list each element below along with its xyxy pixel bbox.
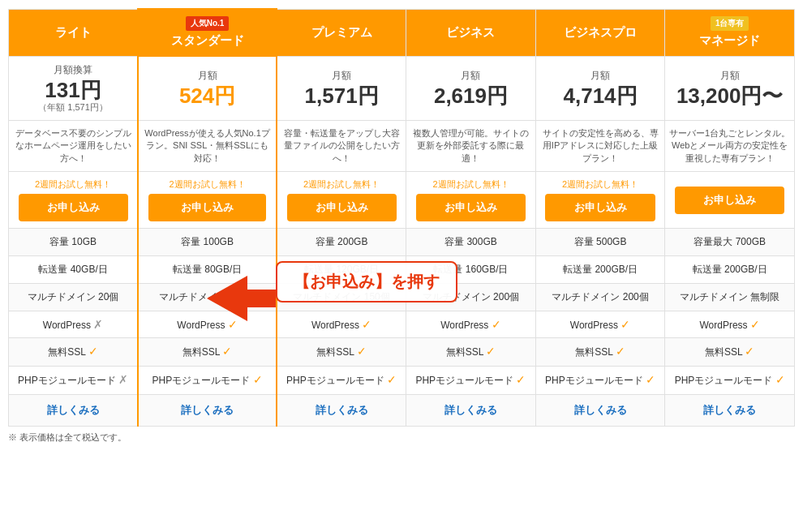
description-premium: 容量・転送量をアップし大容量ファイルの公開をしたい方へ！ <box>277 121 406 172</box>
php-managed: PHPモジュールモード ✓ <box>665 367 795 395</box>
wordpress-check-premium: ✓ <box>362 318 371 331</box>
plan-header-premium: プレミアム <box>277 9 406 56</box>
transfer-premium: 転送量 120GB/日 <box>277 256 406 284</box>
description-business: 複数人管理が可能。サイトの更新を外部委託する際に最適！ <box>406 121 536 172</box>
wordpress-check-businesspro: ✓ <box>620 318 630 331</box>
pricing-table: ライト人気No.1スタンダードプレミアムビジネスビジネスプロ1台専有マネージド月… <box>8 8 795 427</box>
plan-name-businesspro: ビジネスプロ <box>564 25 637 39</box>
apply-btn-premium[interactable]: お申し込み <box>287 194 397 221</box>
detail-link-businesspro[interactable]: 詳しくみる <box>574 404 627 416</box>
domain-managed: マルチドメイン 無制限 <box>665 284 795 311</box>
ssl-check-premium: ✓ <box>357 345 367 358</box>
badge-standard: 人気No.1 <box>186 16 230 31</box>
ssl-managed: 無料SSL ✓ <box>665 338 795 367</box>
cta-cell-businesspro: 2週間お試し無料！お申し込み <box>535 172 665 229</box>
detail-link-managed[interactable]: 詳しくみる <box>703 404 756 416</box>
cta-cell-managed: お申し込み <box>665 172 795 229</box>
detail-link-premium[interactable]: 詳しくみる <box>316 404 368 416</box>
apply-btn-standard[interactable]: お申し込み <box>148 194 266 221</box>
domain-business: マルチドメイン 200個 <box>406 284 536 311</box>
wordpress-standard: WordPress ✓ <box>138 311 277 338</box>
wordpress-managed: WordPress ✓ <box>665 311 795 338</box>
apply-btn-businesspro[interactable]: お申し込み <box>545 194 655 221</box>
pricing-container: ライト人気No.1スタンダードプレミアムビジネスビジネスプロ1台専有マネージド月… <box>0 0 803 452</box>
detail-link-business[interactable]: 詳しくみる <box>444 404 497 416</box>
storage-premium: 容量 200GB <box>277 229 406 256</box>
storage-lite: 容量 10GB <box>9 229 139 256</box>
price-cell-lite: 月額換算131円（年額 1,571円） <box>9 56 139 121</box>
plan-header-lite: ライト <box>9 9 139 56</box>
domain-lite: マルチドメイン 20個 <box>9 284 139 311</box>
trial-text-standard: 2週間お試し無料！ <box>142 178 273 191</box>
price-label-managed: 月額 <box>668 69 791 83</box>
price-sub-lite: （年額 1,571円） <box>12 101 134 114</box>
price-cell-businesspro: 月額4,714円 <box>535 56 665 121</box>
detail-cell-businesspro: 詳しくみる <box>535 395 665 427</box>
ssl-business: 無料SSL ✓ <box>406 338 536 367</box>
trial-text-business: 2週間お試し無料！ <box>410 178 532 191</box>
trial-text-businesspro: 2週間お試し無料！ <box>539 178 662 191</box>
php-check-business: ✓ <box>516 373 526 386</box>
price-main-managed: 13,200円〜 <box>668 84 791 108</box>
apply-btn-lite[interactable]: お申し込み <box>19 194 128 221</box>
trial-text-premium: 2週間お試し無料！ <box>281 178 402 191</box>
detail-cell-standard: 詳しくみる <box>138 395 277 427</box>
php-business: PHPモジュールモード ✓ <box>406 367 536 395</box>
price-cell-standard: 月額524円 <box>138 56 277 121</box>
price-label-lite: 月額換算 <box>12 63 134 77</box>
detail-cell-lite: 詳しくみる <box>9 395 139 427</box>
cta-cell-standard: 2週間お試し無料！お申し込み <box>138 172 277 229</box>
description-managed: サーバー1台丸ごとレンタル。Webとメール両方の安定性を重視した専有プラン！ <box>665 121 795 172</box>
description-businesspro: サイトの安定性を高める、専用IPアドレスに対応した上級プラン！ <box>535 121 665 172</box>
apply-btn-managed[interactable]: お申し込み <box>675 187 785 214</box>
detail-link-lite[interactable]: 詳しくみる <box>47 404 100 416</box>
apply-btn-business[interactable]: お申し込み <box>416 194 526 221</box>
wordpress-lite: WordPress ✗ <box>9 311 139 338</box>
storage-standard: 容量 100GB <box>138 229 277 256</box>
plan-header-standard: 人気No.1スタンダード <box>138 9 277 56</box>
badge-managed: 1台専有 <box>711 16 749 31</box>
php-lite: PHPモジュールモード ✗ <box>9 367 139 395</box>
price-label-standard: 月額 <box>142 69 273 83</box>
price-main-business: 2,619円 <box>410 84 532 108</box>
cta-cell-premium: 2週間お試し無料！お申し込み <box>277 172 406 229</box>
ssl-check-business: ✓ <box>486 345 496 358</box>
cta-cell-lite: 2週間お試し無料！お申し込み <box>9 172 139 229</box>
plan-header-business: ビジネス <box>406 9 536 56</box>
php-check-premium: ✓ <box>387 373 397 386</box>
table-wrapper: ライト人気No.1スタンダードプレミアムビジネスビジネスプロ1台専有マネージド月… <box>8 8 795 427</box>
detail-cell-business: 詳しくみる <box>406 395 536 427</box>
transfer-business: 転送量 160GB/日 <box>406 256 536 284</box>
price-label-premium: 月額 <box>281 69 402 83</box>
footnote: ※ 表示価格は全て税込です。 <box>8 431 795 444</box>
price-label-business: 月額 <box>410 69 532 83</box>
ssl-businesspro: 無料SSL ✓ <box>535 338 665 367</box>
ssl-check-standard: ✓ <box>222 345 232 358</box>
ssl-standard: 無料SSL ✓ <box>138 338 277 367</box>
php-cross-lite: ✗ <box>118 373 128 386</box>
storage-managed: 容量最大 700GB <box>665 229 795 256</box>
detail-cell-premium: 詳しくみる <box>277 395 406 427</box>
transfer-businesspro: 転送量 200GB/日 <box>535 256 665 284</box>
plan-name-standard: スタンダード <box>171 33 244 47</box>
price-label-businesspro: 月額 <box>539 69 662 83</box>
php-businesspro: PHPモジュールモード ✓ <box>535 367 665 395</box>
domain-premium: マルチドメイン 150個 <box>277 284 406 311</box>
storage-businesspro: 容量 500GB <box>535 229 665 256</box>
wordpress-check-managed: ✓ <box>750 318 760 331</box>
transfer-lite: 転送量 40GB/日 <box>9 256 139 284</box>
ssl-check-businesspro: ✓ <box>616 345 625 358</box>
price-main-premium: 1,571円 <box>281 84 402 108</box>
transfer-managed: 転送量 200GB/日 <box>665 256 795 284</box>
php-standard: PHPモジュールモード ✓ <box>138 367 277 395</box>
ssl-check-managed: ✓ <box>745 345 754 358</box>
wordpress-check-business: ✓ <box>492 318 501 331</box>
ssl-check-lite: ✓ <box>88 345 98 358</box>
wordpress-businesspro: WordPress ✓ <box>535 311 665 338</box>
php-check-businesspro: ✓ <box>646 373 655 386</box>
detail-link-standard[interactable]: 詳しくみる <box>181 404 234 416</box>
price-cell-premium: 月額1,571円 <box>277 56 406 121</box>
transfer-standard: 転送量 80GB/日 <box>138 256 277 284</box>
price-cell-business: 月額2,619円 <box>406 56 536 121</box>
plan-header-managed: 1台専有マネージド <box>665 9 795 56</box>
